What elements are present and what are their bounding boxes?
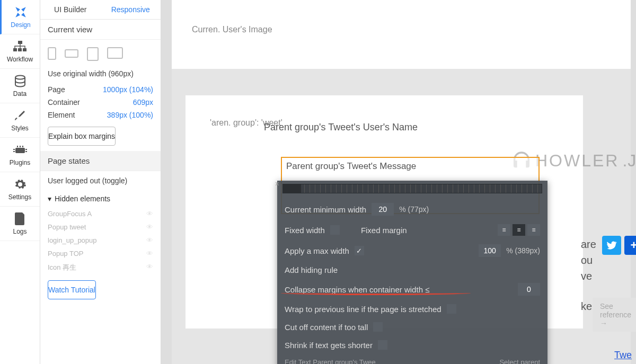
hidden-elements-list: GroupFocus A👁 Popup tweet👁 login_up_popu… <box>40 207 161 275</box>
nav-rail: Design Workflow Data Styles Plugins Sett… <box>0 0 40 364</box>
fixed-width-checkbox[interactable] <box>330 225 340 235</box>
min-width-input[interactable] <box>372 203 394 216</box>
tweet-message-text: Parent group's Tweet's Message <box>286 161 416 171</box>
dim-page: Page 1000px (104%) <box>40 83 161 96</box>
explain-margins-button[interactable]: Explain box margins <box>48 127 116 146</box>
svg-rect-12 <box>22 146 23 147</box>
svg-rect-3 <box>23 48 26 51</box>
dim-label: Container <box>48 98 80 106</box>
shrink-checkbox[interactable] <box>378 340 387 350</box>
current-user-image-placeholder[interactable]: Curren. User's Image <box>192 24 272 35</box>
caret-down-icon: ▾ <box>48 194 51 203</box>
collapse-width-input[interactable] <box>518 283 540 296</box>
svg-rect-11 <box>20 146 21 147</box>
eye-icon[interactable]: 👁 <box>146 236 153 244</box>
clipped-text: ou <box>581 254 593 267</box>
tab-responsive[interactable]: Responsive <box>101 0 161 19</box>
logs-icon <box>13 212 28 226</box>
svg-rect-7 <box>13 151 15 152</box>
nav-label: Plugins <box>10 159 30 166</box>
svg-rect-6 <box>13 149 15 150</box>
responsive-property-panel[interactable]: × Current minimum width % (77px) Fixed w… <box>277 181 547 364</box>
side-panel: UI Builder Responsive Current view Use o… <box>40 0 161 364</box>
tweet-link[interactable]: Twe <box>614 350 632 361</box>
svg-rect-0 <box>18 41 22 44</box>
viewport-presets <box>40 40 161 65</box>
hidden-item[interactable]: Icon 再生👁 <box>48 260 153 275</box>
svg-rect-9 <box>25 151 27 152</box>
tab-ui-builder[interactable]: UI Builder <box>40 0 101 19</box>
watch-tutorial-button[interactable]: Watch Tutorial <box>48 280 96 299</box>
twitter-icon[interactable] <box>602 236 621 255</box>
prop-cutoff: Cut off content if too tall <box>277 318 547 336</box>
wrap-checkbox[interactable] <box>447 304 456 314</box>
nav-label: Workflow <box>7 56 33 63</box>
viewport-desktop[interactable] <box>107 47 123 59</box>
dim-label: Page <box>48 85 65 94</box>
hidden-item[interactable]: GroupFocus A👁 <box>48 207 153 220</box>
clipped-text: are <box>581 238 596 251</box>
hidden-elements-header[interactable]: ▾Hidden elements <box>40 190 161 207</box>
share-plus-icon[interactable]: + <box>624 236 636 255</box>
margin-align-group: ≡ ≡ ≡ <box>498 224 540 236</box>
panel-tabs: UI Builder Responsive <box>40 0 161 20</box>
svg-rect-10 <box>17 146 18 147</box>
dim-label: Element <box>48 111 75 119</box>
prop-shrink: Shrink if text gets shorter <box>277 336 547 354</box>
nav-plugins[interactable]: Plugins <box>0 138 40 172</box>
clipped-text: ve <box>581 270 592 282</box>
svg-point-4 <box>15 76 25 79</box>
dim-value[interactable]: 389px (100%) <box>107 111 153 119</box>
nav-label: Logs <box>13 228 26 235</box>
design-icon <box>13 5 28 19</box>
prop-max-width: Apply a max width ✓ % (389px) <box>277 240 547 261</box>
nav-workflow[interactable]: Workflow <box>0 34 40 69</box>
align-left-icon[interactable]: ≡ <box>498 224 510 236</box>
svg-rect-5 <box>15 148 25 153</box>
see-reference-button[interactable]: See reference → <box>593 298 636 332</box>
viewport-phone-landscape[interactable] <box>65 49 78 58</box>
nav-design[interactable]: Design <box>0 0 40 34</box>
prop-min-width: Current minimum width % (77px) <box>277 199 547 220</box>
original-width[interactable]: Use original width (960px) <box>40 65 161 83</box>
eye-icon[interactable]: 👁 <box>146 263 153 272</box>
nav-styles[interactable]: Styles <box>0 103 40 138</box>
hidden-item[interactable]: Popup TOP👁 <box>48 247 153 260</box>
hidden-item[interactable]: login_up_popup👁 <box>48 234 153 247</box>
nav-label: Data <box>13 90 26 97</box>
prop-fixed-width: Fixed width Fixed margin ≡ ≡ ≡ <box>277 220 547 240</box>
max-width-input[interactable] <box>479 244 501 257</box>
cutoff-checkbox[interactable] <box>373 322 383 332</box>
svg-rect-2 <box>18 48 22 51</box>
nav-data[interactable]: Data <box>0 69 40 103</box>
dim-container: Container 609px <box>40 96 161 109</box>
svg-rect-8 <box>25 149 27 150</box>
align-right-icon[interactable]: ≡ <box>527 224 540 236</box>
gear-icon <box>13 177 28 191</box>
current-view-header: Current view <box>40 20 161 40</box>
dim-element: Element 389px (100%) <box>40 109 161 121</box>
dim-value[interactable]: 609px <box>133 98 153 106</box>
eye-icon[interactable]: 👁 <box>146 210 153 218</box>
data-icon <box>13 74 28 88</box>
viewport-tablet[interactable] <box>87 47 99 61</box>
prop-wrap: Wrap to previous line if the page is str… <box>277 300 547 318</box>
nav-logs[interactable]: Logs <box>0 207 40 241</box>
svg-rect-1 <box>13 48 17 51</box>
nav-label: Settings <box>8 193 31 201</box>
prop-collapse-margins: Collapse margins when container width ≤ <box>277 279 547 300</box>
max-width-checkbox[interactable]: ✓ <box>355 246 364 255</box>
tweet-user-name[interactable]: Parent group's Tweet's User's Name <box>264 122 418 133</box>
prop-add-hiding[interactable]: Add hiding rule <box>277 261 547 279</box>
width-ruler[interactable] <box>282 184 542 193</box>
eye-icon[interactable]: 👁 <box>146 250 153 258</box>
nav-settings[interactable]: Settings <box>0 172 40 207</box>
state-logged-out[interactable]: User logged out (toggle) <box>40 171 161 190</box>
align-center-icon[interactable]: ≡ <box>513 224 525 236</box>
hidden-item[interactable]: Popup tweet👁 <box>48 220 153 234</box>
eye-icon[interactable]: 👁 <box>146 223 153 231</box>
workflow-icon <box>13 40 28 54</box>
dim-value[interactable]: 1000px (104%) <box>103 85 153 94</box>
viewport-phone[interactable] <box>48 47 56 60</box>
styles-icon <box>13 109 28 122</box>
